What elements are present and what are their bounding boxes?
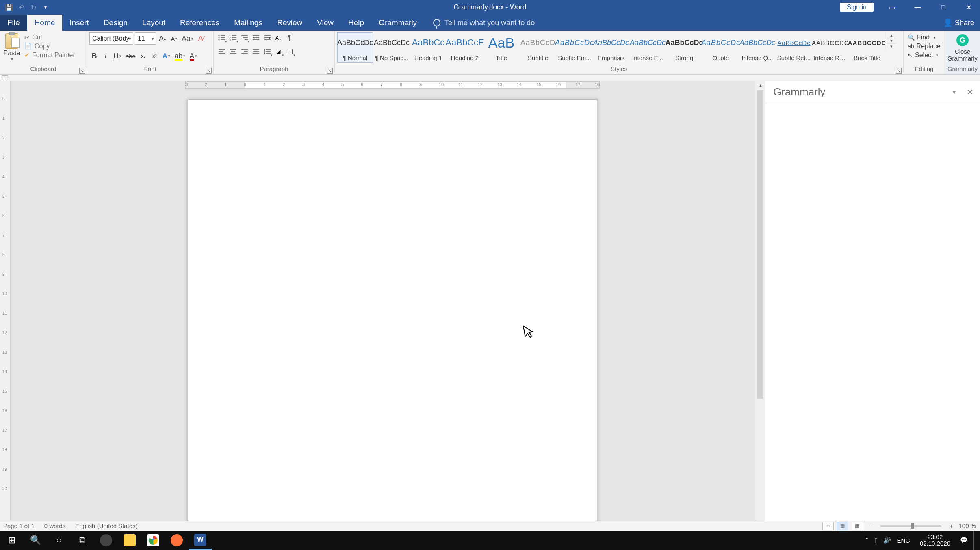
clock[interactable]: 23:02 02.10.2020 xyxy=(916,534,954,547)
tab-home[interactable]: Home xyxy=(27,15,63,31)
show-desktop-button[interactable] xyxy=(973,531,978,550)
tab-selector[interactable]: L xyxy=(2,75,8,80)
tab-review[interactable]: Review xyxy=(270,15,310,31)
cortana-button[interactable]: ○ xyxy=(47,531,71,550)
start-button[interactable]: ⊞ xyxy=(0,531,24,550)
increase-indent-button[interactable] xyxy=(262,32,272,43)
share-button[interactable]: 👤 Share xyxy=(943,15,974,31)
style-tile[interactable]: AABBCCDCIntense Re... xyxy=(813,32,848,63)
vertical-scrollbar[interactable]: ▴ ▾ xyxy=(756,81,765,539)
read-mode-button[interactable]: ▭ xyxy=(822,522,834,530)
web-layout-button[interactable]: ▦ xyxy=(852,522,863,530)
style-tile[interactable]: AaBbCcDcQuote xyxy=(703,32,739,63)
language[interactable]: English (United States) xyxy=(75,522,137,529)
align-right-button[interactable] xyxy=(239,46,249,57)
bold-button[interactable]: B xyxy=(89,50,99,62)
style-tile[interactable]: AaBbCcDc¶ Normal xyxy=(337,32,373,63)
clipboard-launcher-icon[interactable]: ↘ xyxy=(79,68,85,74)
qat-dropdown-icon[interactable]: ▾ xyxy=(41,3,50,11)
style-tile[interactable]: AaBbCcDcSubtle Ref... xyxy=(776,32,812,63)
page-number[interactable]: Page 1 of 1 xyxy=(3,522,35,529)
strikethrough-button[interactable]: abc xyxy=(124,50,137,62)
style-tile[interactable]: AaBbCcDcIntense E... xyxy=(630,32,666,63)
undo-icon[interactable]: ↶ xyxy=(17,3,25,11)
word-count[interactable]: 0 words xyxy=(44,522,66,529)
align-center-button[interactable] xyxy=(228,46,238,57)
superscript-button[interactable]: x xyxy=(150,50,159,62)
tab-insert[interactable]: Insert xyxy=(62,15,96,31)
decrease-indent-button[interactable] xyxy=(250,32,261,43)
zoom-slider[interactable] xyxy=(880,525,941,527)
search-button[interactable]: 🔍 xyxy=(24,531,47,550)
task-view-button[interactable]: ⧉ xyxy=(71,531,94,550)
volume-icon[interactable]: 🔊 xyxy=(883,537,891,544)
show-hide-button[interactable]: ¶ xyxy=(284,32,295,43)
signin-button[interactable]: Sign in xyxy=(840,3,874,12)
document-area[interactable]: 3210123456789101112131415161718 xyxy=(11,81,756,539)
style-tile[interactable]: AaBbCcEHeading 2 xyxy=(447,32,483,63)
numbering-button[interactable]: 123▾ xyxy=(228,32,238,43)
format-painter-button[interactable]: ✔Format Painter xyxy=(23,51,77,59)
firefox-button[interactable] xyxy=(165,531,189,550)
styles-launcher-icon[interactable]: ↘ xyxy=(896,68,902,74)
justify-button[interactable] xyxy=(250,46,261,57)
replace-button[interactable]: abReplace xyxy=(906,42,942,50)
zoom-in-button[interactable]: + xyxy=(947,522,956,529)
underline-button[interactable]: U▾ xyxy=(112,50,123,62)
change-case-button[interactable]: Aa▾ xyxy=(180,33,195,44)
shading-button[interactable]: ◢▾ xyxy=(273,46,284,57)
tray-expand-icon[interactable]: ˄ xyxy=(865,537,869,544)
italic-button[interactable]: I xyxy=(101,50,111,62)
word-button[interactable]: W xyxy=(189,531,212,550)
close-icon[interactable]: ✕ xyxy=(958,0,980,15)
font-size-combo[interactable]: 11 xyxy=(135,32,156,45)
tab-design[interactable]: Design xyxy=(96,15,135,31)
multilevel-list-button[interactable]: ▾ xyxy=(239,32,249,43)
subscript-button[interactable]: x xyxy=(138,50,148,62)
style-tile[interactable]: AaBbCcDcEmphasis xyxy=(593,32,629,63)
style-tile[interactable]: AaBbCcDcSubtle Em... xyxy=(557,32,592,63)
font-color-button[interactable]: A▾ xyxy=(188,50,198,62)
line-spacing-button[interactable]: ▾ xyxy=(262,46,272,57)
tab-references[interactable]: References xyxy=(173,15,227,31)
vertical-ruler[interactable]: 01234567891011121314151617181920 xyxy=(0,81,11,539)
scroll-up-icon[interactable]: ▴ xyxy=(756,81,765,89)
paste-dropdown-icon[interactable]: ▾ xyxy=(11,57,13,61)
font-launcher-icon[interactable]: ↘ xyxy=(206,68,212,74)
redo-icon[interactable]: ↻ xyxy=(29,3,37,11)
styles-expand-icon[interactable]: ▾ xyxy=(887,44,895,49)
tab-view[interactable]: View xyxy=(310,15,341,31)
style-tile[interactable]: AaBbCcDcStrong xyxy=(666,32,702,63)
zoom-level[interactable]: 100 % xyxy=(958,522,976,529)
style-tile[interactable]: AaBTitle xyxy=(483,32,519,63)
paragraph-launcher-icon[interactable]: ↘ xyxy=(327,68,333,74)
horizontal-ruler[interactable]: 3210123456789101112131415161718 xyxy=(185,81,600,89)
print-layout-button[interactable]: ▤ xyxy=(837,522,848,530)
close-grammarly-button[interactable]: G CloseGrammarly xyxy=(947,32,978,62)
style-tile[interactable]: AaBbCcDc¶ No Spac... xyxy=(374,32,410,63)
sort-button[interactable]: A↓ xyxy=(273,32,284,43)
find-button[interactable]: 🔍Find▾ xyxy=(906,33,942,41)
notifications-icon[interactable]: 💬 xyxy=(960,537,968,544)
minimize-icon[interactable]: — xyxy=(906,0,929,15)
paste-button[interactable]: Paste ▾ xyxy=(2,32,21,61)
keyboard-language[interactable]: ENG xyxy=(897,537,910,544)
bullets-button[interactable]: ▾ xyxy=(216,32,227,43)
style-tile[interactable]: AaBbCcDcIntense Q... xyxy=(739,32,775,63)
zoom-out-button[interactable]: − xyxy=(866,522,875,529)
tab-grammarly[interactable]: Grammarly xyxy=(371,15,424,31)
styles-scroll-down-icon[interactable]: ▾ xyxy=(887,38,895,44)
styles-gallery[interactable]: AaBbCcDc¶ NormalAaBbCcDc¶ No Spac...AaBb… xyxy=(337,32,885,63)
shrink-font-button[interactable]: A▾ xyxy=(169,33,179,44)
grow-font-button[interactable]: A▴ xyxy=(158,33,167,44)
align-left-button[interactable] xyxy=(216,46,227,57)
tab-mailings[interactable]: Mailings xyxy=(227,15,270,31)
zoom-knob[interactable] xyxy=(911,523,914,529)
cut-button[interactable]: ✂Cut xyxy=(23,33,77,41)
borders-button[interactable]: ▾ xyxy=(284,46,295,57)
taskbar-app-1[interactable] xyxy=(94,531,118,550)
clear-formatting-button[interactable]: A⁄ xyxy=(196,33,206,44)
text-effects-button[interactable]: A▾ xyxy=(161,50,171,62)
maximize-icon[interactable]: □ xyxy=(932,0,954,15)
scroll-thumb[interactable] xyxy=(757,90,763,399)
